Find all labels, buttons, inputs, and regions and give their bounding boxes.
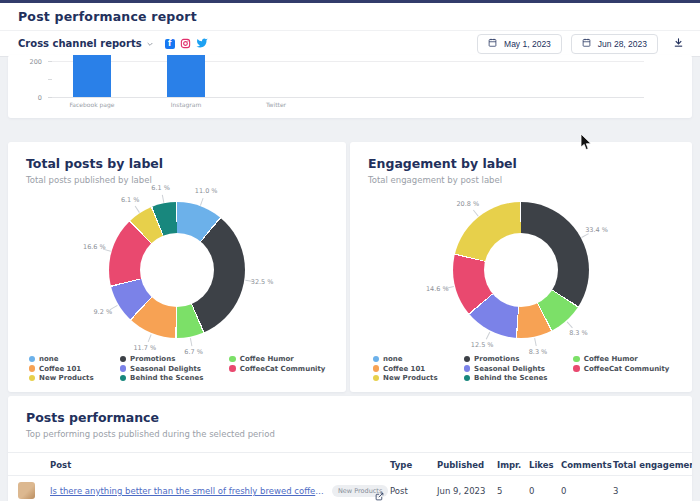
legend-item-coffeecat-community[interactable]: CoffeeCat Community (229, 365, 325, 373)
legend-label: New Products (383, 374, 438, 382)
legend-item-coffeecat-community[interactable]: CoffeeCat Community (573, 365, 669, 373)
donut-chart-total-posts[interactable]: 11.0 %32.5 %6.7 %11.7 %9.2 %16.6 %6.1 %6… (8, 186, 346, 354)
donut-percent-label: 16.6 % (83, 243, 106, 251)
external-link-icon[interactable] (375, 486, 384, 501)
app-header: Post performance report (0, 3, 700, 31)
donut-percent-label: 32.5 % (251, 278, 274, 286)
legend-item-none[interactable]: none (373, 355, 438, 363)
post-table-row: Is there anything better than the smell … (8, 476, 692, 501)
bar-instagram[interactable] (167, 55, 205, 97)
legend-color-dot (29, 375, 36, 382)
legend-color-dot (373, 356, 380, 363)
y-axis-tick (48, 79, 52, 80)
chart-subtitle: Total posts published by label (26, 175, 152, 185)
donut-ring[interactable] (109, 202, 245, 338)
report-content: 0200Facebook pageInstagramTwitter Total … (0, 57, 700, 501)
percent-leader-line (486, 332, 491, 340)
twitter-icon[interactable] (196, 34, 208, 53)
chart-title: Total posts by label (26, 156, 163, 171)
column-header-impressions: Impr. (497, 460, 521, 470)
posts-performance-card: Posts performance Top performing posts p… (8, 396, 692, 501)
legend-item-coffee-humor[interactable]: Coffee Humor (229, 355, 325, 363)
legend-color-dot (373, 365, 380, 372)
bar-facebook-page[interactable] (73, 55, 111, 97)
x-axis-category-label: Instagram (141, 101, 231, 108)
column-header-total-engagement: Total engagement (613, 460, 692, 470)
post-link[interactable]: Is there anything better than the smell … (50, 486, 328, 496)
report-selector-label: Cross channel reports (18, 38, 142, 49)
column-header-post: Post (50, 460, 71, 470)
legend-item-coffee-101[interactable]: Coffee 101 (373, 365, 438, 373)
legend-item-seasonal-delights[interactable]: Seasonal Delights (120, 365, 204, 373)
legend-label: none (39, 355, 59, 363)
donut-percent-label: 33.4 % (585, 226, 608, 234)
facebook-icon[interactable]: f (165, 39, 175, 49)
legend-item-none[interactable]: none (29, 355, 94, 363)
donut-percent-label: 12.5 % (471, 341, 494, 349)
percent-leader-line (567, 322, 573, 329)
post-type: Post (390, 486, 408, 496)
gridline (52, 97, 644, 98)
legend-item-promotions[interactable]: Promotions (120, 355, 204, 363)
percent-leader-line (200, 198, 204, 206)
chart-title: Engagement by label (368, 156, 517, 171)
legend-item-behind-the-scenes[interactable]: Behind the Scenes (120, 374, 204, 382)
chart-legend: noneCoffee 101New ProductsPromotionsSeas… (8, 355, 346, 382)
post-comments: 0 (561, 486, 566, 496)
section-subtitle: Top performing posts published during th… (26, 429, 275, 439)
legend-color-dot (29, 365, 36, 372)
legend-label: CoffeeCat Community (240, 365, 326, 373)
post-published: Jun 9, 2023 (437, 486, 485, 496)
y-axis-tick (48, 61, 52, 62)
donut-chart-engagement[interactable]: 33.4 %8.3 %8.3 %12.5 %14.6 %20.8 % (350, 186, 692, 354)
total-posts-by-label-card: Total posts by label Total posts publish… (8, 142, 346, 392)
donut-percent-label: 14.6 % (426, 285, 449, 293)
donut-percent-label: 6.1 % (151, 184, 170, 192)
legend-color-dot (573, 356, 580, 363)
legend-item-new-products[interactable]: New Products (29, 374, 94, 382)
chart-subtitle: Total engagement by post label (368, 175, 502, 185)
mouse-cursor (580, 134, 592, 155)
legend-color-dot (464, 375, 471, 382)
y-axis-tick (48, 97, 52, 98)
column-header-type: Type (390, 460, 412, 470)
legend-item-behind-the-scenes[interactable]: Behind the Scenes (464, 374, 548, 382)
donut-hole (140, 233, 214, 307)
report-selector[interactable]: Cross channel reports (18, 38, 154, 49)
donut-percent-label: 11.7 % (133, 344, 156, 352)
legend-label: New Products (39, 374, 94, 382)
report-toolbar: Cross channel reports f May 1, 2023 (0, 31, 700, 57)
legend-item-new-products[interactable]: New Products (373, 374, 438, 382)
legend-label: none (383, 355, 403, 363)
engagement-by-label-card: Engagement by label Total engagement by … (350, 142, 692, 392)
date-start-button[interactable]: May 1, 2023 (477, 34, 562, 54)
percent-leader-line (162, 195, 165, 203)
gridline (52, 61, 644, 62)
column-header-comments: Comments (561, 460, 612, 470)
chevron-down-icon (146, 40, 154, 48)
legend-label: Seasonal Delights (130, 365, 201, 373)
legend-item-coffee-101[interactable]: Coffee 101 (29, 365, 94, 373)
legend-color-dot (29, 356, 36, 363)
post-total-engagement: 3 (613, 486, 618, 496)
chart-legend: noneCoffee 101New ProductsPromotionsSeas… (350, 355, 692, 382)
calendar-icon (582, 38, 591, 49)
legend-label: Promotions (474, 355, 519, 363)
legend-label: Seasonal Delights (474, 365, 545, 373)
legend-item-seasonal-delights[interactable]: Seasonal Delights (464, 365, 548, 373)
date-start-value: May 1, 2023 (504, 39, 551, 49)
legend-label: Coffee 101 (383, 365, 425, 373)
post-impressions: 5 (497, 486, 502, 496)
percent-leader-line (534, 338, 537, 346)
instagram-icon[interactable] (180, 34, 191, 53)
donut-ring[interactable] (453, 202, 589, 338)
date-end-button[interactable]: Jun 28, 2023 (571, 34, 658, 54)
donut-hole (484, 233, 558, 307)
legend-label: Promotions (130, 355, 175, 363)
download-icon (673, 36, 684, 51)
post-thumbnail (18, 482, 35, 499)
legend-item-promotions[interactable]: Promotions (464, 355, 548, 363)
legend-item-coffee-humor[interactable]: Coffee Humor (573, 355, 669, 363)
legend-color-dot (120, 356, 127, 363)
download-report-button[interactable] (667, 34, 690, 53)
